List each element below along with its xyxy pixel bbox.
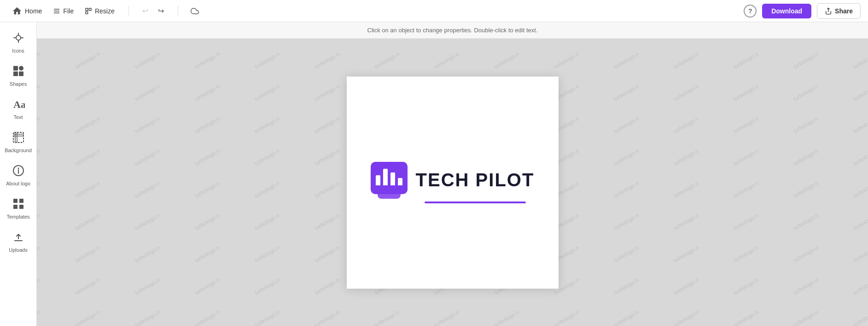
header-nav: Home File Resize bbox=[7, 3, 119, 19]
header-left: Home File Resize ↩ ↪ bbox=[7, 3, 736, 19]
svg-point-7 bbox=[16, 36, 21, 40]
icons-label: Icons bbox=[12, 48, 24, 53]
logo-icon-bottom bbox=[378, 192, 401, 199]
help-button[interactable]: ? bbox=[744, 5, 757, 18]
svg-rect-13 bbox=[19, 66, 23, 71]
logo-icon-wrapper bbox=[371, 162, 408, 194]
logo-bar-1 bbox=[376, 175, 380, 185]
share-icon bbox=[825, 7, 832, 15]
redo-button[interactable]: ↪ bbox=[154, 4, 169, 18]
svg-rect-5 bbox=[86, 12, 88, 14]
header-right: ? Download Share bbox=[744, 3, 861, 19]
share-label: Share bbox=[835, 7, 853, 15]
templates-icon bbox=[12, 197, 25, 212]
svg-rect-3 bbox=[86, 8, 88, 11]
home-button[interactable]: Home bbox=[7, 3, 47, 19]
background-icon bbox=[12, 131, 25, 146]
redo-icon: ↪ bbox=[158, 6, 164, 15]
sidebar-item-text[interactable]: Aa Text bbox=[0, 92, 36, 125]
text-label: Text bbox=[13, 114, 23, 120]
sidebar: Icons Shapes Aa Text bbox=[0, 22, 37, 326]
sidebar-item-shapes[interactable]: Shapes bbox=[0, 59, 36, 92]
sidebar-item-uploads[interactable]: Uploads bbox=[0, 225, 36, 258]
logo-company-name: TECH PILOT bbox=[416, 170, 535, 190]
svg-rect-12 bbox=[13, 66, 18, 71]
shapes-label: Shapes bbox=[10, 81, 27, 87]
undo-redo-group: ↩ ↪ bbox=[138, 4, 169, 18]
logo-bar-4 bbox=[398, 178, 402, 185]
svg-rect-4 bbox=[89, 8, 91, 11]
sidebar-item-icons[interactable]: Icons bbox=[0, 26, 36, 59]
resize-button[interactable]: Resize bbox=[80, 5, 119, 18]
download-button[interactable]: Download bbox=[762, 4, 811, 18]
logo-container: TECH PILOT bbox=[371, 162, 535, 203]
hint-bar: Click on an object to change properties.… bbox=[37, 22, 868, 39]
logo-bar-2 bbox=[383, 169, 388, 185]
separator-2 bbox=[178, 6, 178, 17]
file-icon bbox=[53, 7, 60, 15]
undo-button[interactable]: ↩ bbox=[138, 4, 153, 18]
home-icon bbox=[12, 6, 22, 16]
logo-bar-3 bbox=[390, 172, 395, 185]
sidebar-item-about-logo[interactable]: About logo bbox=[0, 159, 36, 192]
svg-rect-28 bbox=[19, 205, 23, 209]
share-button[interactable]: Share bbox=[817, 3, 861, 19]
svg-rect-15 bbox=[19, 71, 23, 76]
logo-canvas[interactable]: TECH PILOT bbox=[347, 77, 559, 289]
undo-icon: ↩ bbox=[142, 6, 148, 15]
svg-rect-27 bbox=[13, 205, 17, 209]
resize-icon bbox=[85, 7, 92, 15]
svg-rect-25 bbox=[13, 199, 17, 203]
logo-main: TECH PILOT bbox=[371, 162, 535, 199]
sidebar-item-background[interactable]: Background bbox=[0, 125, 36, 159]
svg-rect-14 bbox=[13, 71, 18, 76]
file-button[interactable]: File bbox=[48, 5, 78, 18]
svg-text:Aa: Aa bbox=[13, 99, 25, 110]
uploads-label: Uploads bbox=[9, 247, 27, 253]
svg-rect-26 bbox=[19, 199, 23, 203]
text-icon: Aa bbox=[12, 98, 25, 113]
background-label: Background bbox=[5, 148, 32, 153]
help-icon: ? bbox=[748, 7, 752, 15]
cloud-icon bbox=[191, 7, 199, 15]
logo-underline bbox=[425, 202, 526, 203]
logo-text-wrapper: TECH PILOT bbox=[416, 170, 535, 190]
sidebar-item-templates[interactable]: Templates bbox=[0, 192, 36, 225]
cloud-button[interactable] bbox=[187, 4, 202, 18]
main-area: Click on an object to change properties.… bbox=[37, 22, 868, 326]
logo-bars bbox=[376, 169, 402, 187]
about-logo-label: About logo bbox=[6, 181, 30, 186]
header: Home File Resize ↩ ↪ bbox=[0, 0, 868, 22]
hint-text: Click on an object to change properties.… bbox=[367, 27, 538, 34]
file-label: File bbox=[63, 7, 74, 15]
shapes-icon bbox=[12, 65, 25, 79]
resize-label: Resize bbox=[95, 7, 115, 15]
home-label: Home bbox=[25, 7, 42, 15]
about-logo-icon bbox=[12, 164, 25, 179]
icons-icon bbox=[12, 31, 25, 46]
download-label: Download bbox=[771, 7, 802, 15]
separator-1 bbox=[128, 6, 129, 17]
templates-label: Templates bbox=[6, 214, 29, 219]
uploads-icon bbox=[12, 231, 25, 245]
svg-point-24 bbox=[17, 168, 19, 169]
canvas-area[interactable]: (function() { const bg = document.queryS… bbox=[37, 39, 868, 326]
logo-icon-box bbox=[371, 162, 408, 194]
